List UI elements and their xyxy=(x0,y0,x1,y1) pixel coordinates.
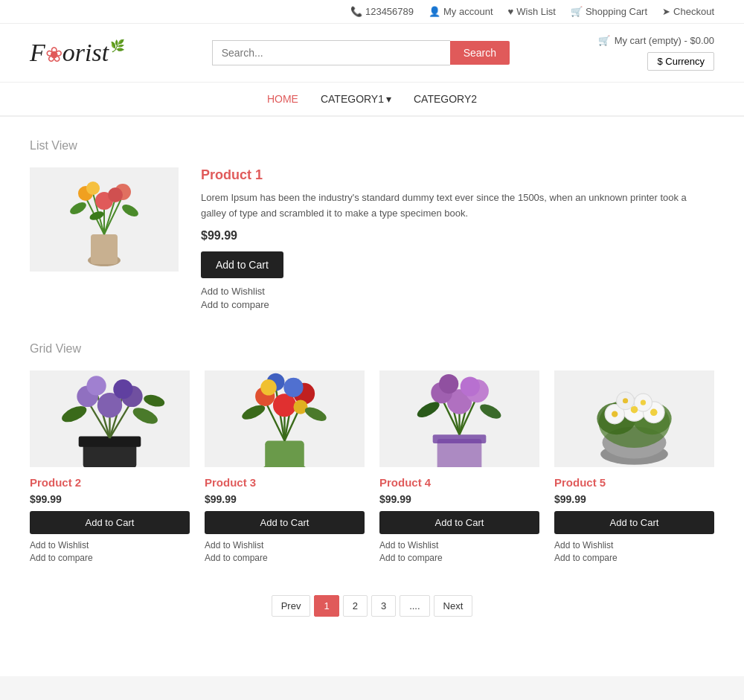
logo-f: F xyxy=(30,39,45,67)
product1-add-to-wishlist[interactable]: Add to Wishlist xyxy=(201,286,714,297)
product4-image xyxy=(379,370,539,467)
product1-price: $99.99 xyxy=(201,229,714,243)
nav-item-category2[interactable]: CATEGORY2 xyxy=(414,93,477,105)
checkout-icon: ➤ xyxy=(662,6,670,17)
cart-icon: 🛒 xyxy=(571,6,583,17)
main-nav: HOME CATEGORY1 ▾ CATEGORY2 xyxy=(0,83,744,117)
shopping-cart-label: Shopping Cart xyxy=(586,6,647,17)
phone-item[interactable]: 📞 123456789 xyxy=(350,6,414,17)
top-bar: 📞 123456789 👤 My account ♥ Wish List 🛒 S… xyxy=(0,0,744,24)
product5-price: $99.99 xyxy=(554,493,714,505)
product3-add-to-cart[interactable]: Add to Cart xyxy=(205,511,365,534)
currency-button[interactable]: $ Currency xyxy=(647,52,714,71)
checkout-label: Checkout xyxy=(673,6,714,17)
product5-add-to-compare[interactable]: Add to compare xyxy=(554,553,714,563)
product4-add-to-compare[interactable]: Add to compare xyxy=(379,553,539,563)
nav-item-category1[interactable]: CATEGORY1 ▾ xyxy=(321,93,391,105)
prev-button[interactable]: Prev xyxy=(272,595,311,617)
nav-item-home[interactable]: HOME xyxy=(267,93,298,105)
product3-add-to-wishlist[interactable]: Add to Wishlist xyxy=(205,540,365,550)
wish-list-item[interactable]: ♥ Wish List xyxy=(508,6,556,17)
product3-add-to-compare[interactable]: Add to compare xyxy=(205,553,365,563)
shopping-cart-item[interactable]: 🛒 Shopping Cart xyxy=(571,6,647,17)
page-2-button[interactable]: 2 xyxy=(343,595,368,617)
product1-image xyxy=(30,167,179,272)
product5-image xyxy=(554,370,714,467)
product2-price: $99.99 xyxy=(30,493,190,505)
page-3-button[interactable]: 3 xyxy=(371,595,396,617)
search-button[interactable]: Search xyxy=(450,41,510,65)
list-view-item: Product 1 Lorem Ipsum has been the indus… xyxy=(30,167,714,312)
main-content: List View xyxy=(0,117,744,646)
grid-view-label: Grid View xyxy=(30,342,714,356)
product4-actions: Add to Wishlist Add to compare xyxy=(379,540,539,563)
svg-point-44 xyxy=(283,378,303,397)
product5-title[interactable]: Product 5 xyxy=(554,476,714,489)
svg-rect-34 xyxy=(265,440,304,466)
svg-point-60 xyxy=(439,374,458,394)
search-input[interactable] xyxy=(212,40,450,65)
grid-item-2: Product 2 $99.99 Add to Cart Add to Wish… xyxy=(30,370,190,565)
header: F❀orist🌿 Search 🛒 My cart (empty) - $0.0… xyxy=(0,24,744,83)
svg-point-11 xyxy=(86,182,100,195)
logo[interactable]: F❀orist🌿 xyxy=(30,39,124,67)
product4-add-to-wishlist[interactable]: Add to Wishlist xyxy=(379,540,539,550)
svg-point-27 xyxy=(86,376,106,395)
product2-add-to-wishlist[interactable]: Add to Wishlist xyxy=(30,540,190,550)
my-account-label: My account xyxy=(443,6,493,17)
svg-point-78 xyxy=(623,398,628,403)
product5-add-to-wishlist[interactable]: Add to Wishlist xyxy=(554,540,714,550)
product1-title[interactable]: Product 1 xyxy=(201,167,714,183)
svg-point-61 xyxy=(461,376,480,396)
product4-add-to-cart[interactable]: Add to Cart xyxy=(379,511,539,534)
svg-rect-2 xyxy=(91,234,118,264)
account-icon: 👤 xyxy=(429,6,440,17)
product3-price: $99.99 xyxy=(205,493,365,505)
header-right: 🛒 My cart (empty) - $0.00 $ Currency xyxy=(598,35,714,71)
grid-view: Product 2 $99.99 Add to Cart Add to Wish… xyxy=(30,370,714,565)
product2-actions: Add to Wishlist Add to compare xyxy=(30,540,190,563)
heart-icon: ♥ xyxy=(508,6,514,17)
phone-icon: 📞 xyxy=(350,6,362,17)
nav-category1-label: CATEGORY1 xyxy=(321,93,384,105)
cart-red-icon: 🛒 xyxy=(598,35,610,46)
svg-point-12 xyxy=(108,187,123,202)
pagination: Prev 1 2 3 .... Next xyxy=(30,595,714,617)
product4-title[interactable]: Product 4 xyxy=(379,476,539,489)
dropdown-icon-category1: ▾ xyxy=(386,93,391,105)
product5-add-to-cart[interactable]: Add to Cart xyxy=(554,511,714,534)
svg-point-77 xyxy=(650,408,658,416)
grid-item-3: Product 3 $99.99 Add to Cart Add to Wish… xyxy=(205,370,365,565)
product2-title[interactable]: Product 2 xyxy=(30,476,190,489)
wish-list-label: Wish List xyxy=(516,6,556,17)
product3-title[interactable]: Product 3 xyxy=(205,476,365,489)
logo-flower: ❀ xyxy=(45,42,62,67)
product2-add-to-compare[interactable]: Add to compare xyxy=(30,553,190,563)
footer: OpenCart Theme Designed With TemplateToa… xyxy=(0,676,744,700)
checkout-item[interactable]: ➤ Checkout xyxy=(662,6,714,17)
cart-info[interactable]: 🛒 My cart (empty) - $0.00 xyxy=(598,35,714,46)
product1-description: Lorem Ipsum has been the industry's stan… xyxy=(201,190,714,222)
svg-point-28 xyxy=(113,379,132,399)
product3-actions: Add to Wishlist Add to compare xyxy=(205,540,365,563)
svg-point-75 xyxy=(631,406,638,414)
logo-leaf-icon: 🌿 xyxy=(110,39,125,53)
product3-image xyxy=(205,370,365,467)
list-view-label: List View xyxy=(30,139,714,152)
logo-rest: orist xyxy=(62,39,109,67)
next-button[interactable]: Next xyxy=(434,595,473,617)
product1-details: Product 1 Lorem Ipsum has been the indus… xyxy=(201,167,714,312)
grid-item-5: Product 5 $99.99 Add to Cart Add to Wish… xyxy=(554,370,714,565)
search-area: Search xyxy=(212,40,510,65)
grid-item-4: Product 4 $99.99 Add to Cart Add to Wish… xyxy=(379,370,539,565)
product1-add-to-compare[interactable]: Add to compare xyxy=(201,299,714,310)
product2-add-to-cart[interactable]: Add to Cart xyxy=(30,511,190,534)
svg-point-76 xyxy=(612,411,618,417)
product1-actions: Add to Wishlist Add to compare xyxy=(201,286,714,310)
my-account-item[interactable]: 👤 My account xyxy=(429,6,493,17)
product1-add-to-cart[interactable]: Add to Cart xyxy=(201,251,283,278)
page-1-button[interactable]: 1 xyxy=(314,595,339,617)
cart-info-text: My cart (empty) - $0.00 xyxy=(615,35,714,46)
page-ellipsis: .... xyxy=(400,595,429,617)
svg-point-45 xyxy=(260,379,276,395)
